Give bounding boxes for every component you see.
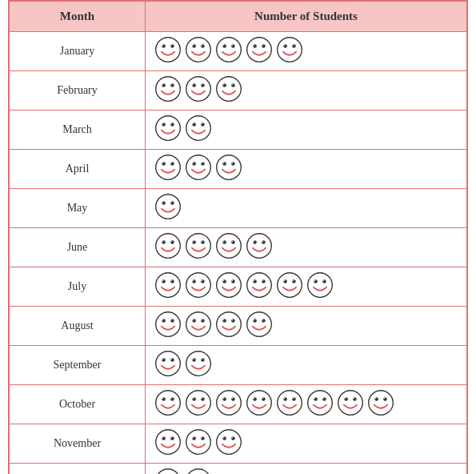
svg-point-65 <box>156 195 181 219</box>
svg-point-147 <box>201 358 205 362</box>
svg-point-165 <box>247 391 272 416</box>
svg-point-46 <box>192 123 196 127</box>
svg-point-109 <box>262 280 263 281</box>
faces-container <box>154 349 458 381</box>
smiley-face <box>275 35 304 67</box>
svg-point-199 <box>202 437 202 438</box>
svg-point-2 <box>170 44 174 48</box>
svg-point-139 <box>262 319 263 320</box>
svg-point-181 <box>344 397 348 401</box>
svg-point-203 <box>223 437 224 438</box>
smiley-face <box>154 428 182 460</box>
svg-point-99 <box>202 280 202 281</box>
faces-container <box>154 74 458 106</box>
smiley-face <box>154 153 182 185</box>
svg-point-176 <box>314 397 318 401</box>
svg-point-119 <box>323 280 324 281</box>
svg-point-173 <box>284 398 285 399</box>
smiley-face <box>184 231 213 263</box>
svg-point-39 <box>232 84 233 85</box>
svg-point-69 <box>171 202 172 203</box>
svg-point-91 <box>162 279 166 283</box>
svg-point-55 <box>186 155 211 180</box>
svg-point-183 <box>345 398 346 399</box>
svg-point-115 <box>308 273 333 298</box>
svg-point-23 <box>284 45 285 46</box>
svg-point-149 <box>202 359 202 360</box>
svg-point-124 <box>171 319 172 320</box>
table-row: November <box>10 424 467 464</box>
smiley-face <box>214 271 243 303</box>
svg-point-128 <box>193 319 194 320</box>
svg-point-21 <box>283 44 287 48</box>
svg-point-42 <box>170 123 174 127</box>
faces-cell <box>146 385 467 424</box>
smiley-face <box>336 388 365 420</box>
svg-point-118 <box>314 280 315 281</box>
svg-point-168 <box>254 398 254 399</box>
svg-point-24 <box>293 45 294 46</box>
svg-point-135 <box>247 312 272 337</box>
faces-cell <box>146 267 467 307</box>
svg-point-63 <box>223 163 224 163</box>
svg-point-106 <box>253 279 257 283</box>
svg-point-151 <box>162 397 166 401</box>
table-row: June <box>10 228 467 267</box>
month-cell: April <box>10 150 146 189</box>
month-cell: February <box>10 71 146 110</box>
faces-cell <box>146 71 467 110</box>
svg-point-107 <box>262 279 266 283</box>
svg-point-180 <box>338 391 363 416</box>
svg-point-22 <box>292 44 296 48</box>
smiley-face <box>214 74 243 106</box>
svg-point-194 <box>171 437 172 438</box>
svg-point-82 <box>231 240 235 244</box>
svg-point-193 <box>162 437 163 438</box>
svg-point-112 <box>292 279 296 283</box>
smiley-face <box>214 153 243 185</box>
svg-point-57 <box>201 162 205 166</box>
svg-point-137 <box>262 319 266 323</box>
svg-point-120 <box>156 312 181 337</box>
svg-point-38 <box>223 84 224 85</box>
table-row: January <box>10 32 467 71</box>
svg-point-45 <box>186 116 211 141</box>
svg-point-182 <box>353 397 357 401</box>
faces-cell <box>146 32 467 71</box>
svg-point-189 <box>384 398 385 399</box>
svg-point-125 <box>186 312 211 337</box>
svg-point-9 <box>202 45 202 46</box>
faces-container <box>154 388 458 420</box>
faces-container <box>154 467 458 474</box>
svg-point-77 <box>201 240 205 244</box>
svg-point-196 <box>192 436 196 440</box>
smiley-face <box>275 271 304 303</box>
svg-point-177 <box>322 397 326 401</box>
svg-point-127 <box>201 319 205 323</box>
svg-point-185 <box>369 391 394 416</box>
svg-point-102 <box>231 279 235 283</box>
svg-point-164 <box>232 398 233 399</box>
smiley-face <box>275 388 304 420</box>
table-row: March <box>10 110 467 150</box>
svg-point-113 <box>284 280 285 281</box>
svg-point-133 <box>223 319 224 320</box>
svg-point-172 <box>292 397 296 401</box>
svg-point-7 <box>201 44 205 48</box>
svg-point-92 <box>170 279 174 283</box>
svg-point-51 <box>162 162 166 166</box>
smiley-face <box>184 114 213 146</box>
faces-cell <box>146 110 467 150</box>
svg-point-59 <box>202 163 202 163</box>
smiley-face <box>214 310 243 342</box>
smiley-face <box>306 388 334 420</box>
svg-point-83 <box>223 241 224 242</box>
faces-cell <box>146 464 467 475</box>
svg-point-93 <box>162 280 163 281</box>
svg-point-202 <box>231 436 235 440</box>
svg-point-86 <box>253 240 257 244</box>
svg-point-79 <box>202 241 202 242</box>
svg-point-190 <box>156 430 181 455</box>
svg-point-68 <box>162 202 163 203</box>
svg-point-138 <box>254 319 254 320</box>
